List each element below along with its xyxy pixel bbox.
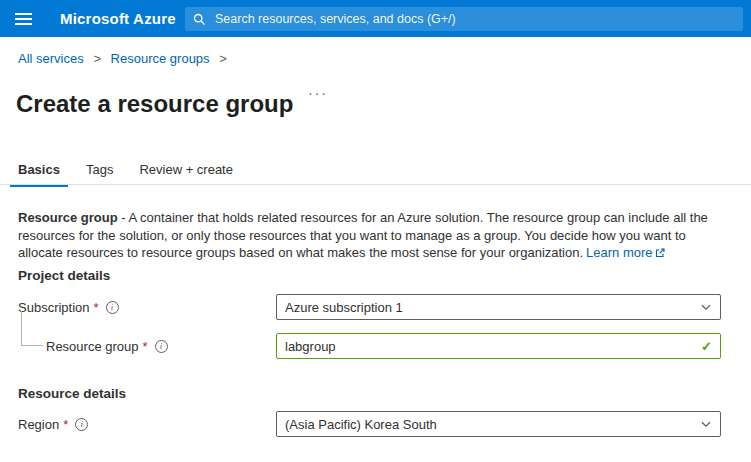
tab-basics[interactable]: Basics — [10, 158, 68, 187]
region-label: Region * i — [18, 411, 88, 437]
top-bar: Microsoft Azure — [0, 0, 751, 37]
breadcrumb-all-services[interactable]: All services — [18, 51, 84, 66]
learn-more-link[interactable]: Learn more — [586, 245, 652, 260]
hamburger-button[interactable] — [0, 0, 46, 37]
resource-group-label: Resource group * i — [46, 333, 168, 359]
breadcrumb: All services > Resource groups > — [18, 51, 233, 66]
azure-portal-page: Microsoft Azure All services > Resource … — [0, 0, 751, 462]
required-marker: * — [94, 300, 99, 315]
azure-brand-link[interactable]: Microsoft Azure — [60, 0, 176, 37]
external-link-icon — [655, 248, 665, 258]
region-dropdown[interactable]: (Asia Pacific) Korea South — [276, 411, 721, 437]
required-marker: * — [143, 339, 148, 354]
field-connector-line — [21, 311, 43, 346]
global-search-box[interactable] — [185, 7, 743, 31]
subscription-value: Azure subscription 1 — [285, 300, 694, 315]
resource-group-input[interactable] — [285, 339, 695, 354]
more-options-icon[interactable]: ··· — [302, 84, 334, 102]
info-icon[interactable]: i — [155, 340, 168, 353]
tab-bar: Basics Tags Review + create — [10, 158, 251, 187]
info-icon[interactable]: i — [75, 418, 88, 431]
menu-icon — [15, 13, 32, 25]
tab-divider — [0, 184, 751, 185]
breadcrumb-separator: > — [93, 51, 101, 66]
resource-group-field: ✓ — [276, 333, 721, 359]
chevron-down-icon — [700, 418, 712, 430]
tab-review-create[interactable]: Review + create — [131, 158, 241, 187]
info-icon[interactable]: i — [106, 301, 119, 314]
required-marker: * — [63, 417, 68, 432]
subscription-dropdown[interactable]: Azure subscription 1 — [276, 294, 721, 320]
tab-tags[interactable]: Tags — [78, 158, 121, 187]
breadcrumb-resource-groups[interactable]: Resource groups — [111, 51, 210, 66]
valid-check-icon: ✓ — [701, 339, 712, 354]
chevron-down-icon — [700, 301, 712, 313]
description-lead: Resource group — [18, 210, 118, 225]
breadcrumb-separator: > — [219, 51, 227, 66]
search-input[interactable] — [213, 11, 735, 27]
resource-group-description: Resource group - A container that holds … — [18, 209, 734, 262]
region-value: (Asia Pacific) Korea South — [285, 417, 694, 432]
page-title: Create a resource group — [16, 90, 293, 118]
section-resource-details: Resource details — [18, 386, 126, 401]
section-project-details: Project details — [18, 268, 110, 283]
search-icon — [193, 13, 206, 26]
